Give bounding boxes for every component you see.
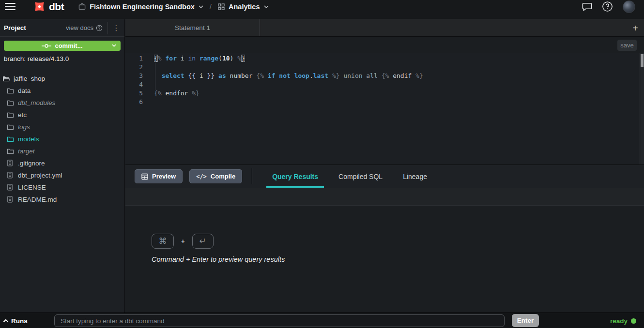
code-editor[interactable]: 1{% for i in range(10) %}23 select {{ i … — [125, 53, 644, 164]
chevron-down-icon — [264, 5, 269, 8]
code-line-6[interactable]: 6 — [125, 98, 644, 106]
file-icon — [7, 172, 14, 179]
code-lines: 1{% for i in range(10) %}23 select {{ i … — [125, 54, 644, 106]
code-line-text: {% endfor %} — [154, 89, 199, 98]
tab-compiled-sql[interactable]: Compiled SQL — [333, 165, 388, 188]
folder-icon — [7, 99, 14, 106]
compile-button-label: Compile — [211, 173, 235, 180]
editor-pane: Statement 1 + save 1{% for i in range(10… — [125, 19, 644, 313]
hamburger-menu-icon[interactable] — [5, 3, 15, 11]
code-line-5[interactable]: 5{% endfor %} — [125, 89, 644, 98]
chat-feedback-icon[interactable] — [582, 1, 592, 12]
user-avatar[interactable] — [623, 0, 635, 13]
command-bar: Runs Enter ready — [0, 313, 644, 328]
code-line-2[interactable]: 2 — [125, 63, 644, 72]
indent-guide — [155, 63, 155, 90]
commit-button-label: commit... — [55, 42, 82, 49]
tree-item-label: dbt_modules — [18, 99, 55, 106]
git-actions-section: commit... branch: release/4.13.0 — [0, 37, 124, 67]
results-empty-state: ⌘ + ↵ Command + Enter to preview query r… — [125, 206, 644, 313]
help-icon[interactable] — [602, 1, 613, 12]
tab-label: Compiled SQL — [338, 173, 383, 180]
tree-item-label: dbt_project.yml — [18, 172, 62, 179]
project-name: Analytics — [229, 3, 260, 11]
chevron-up-icon — [3, 319, 9, 323]
editor-toolbar: save — [125, 37, 644, 53]
commit-button[interactable]: commit... — [4, 41, 121, 51]
line-number: 2 — [125, 63, 143, 72]
grid-icon — [218, 3, 225, 10]
file-icon — [7, 160, 14, 167]
tab-lineage[interactable]: Lineage — [397, 165, 433, 188]
status-label: ready — [610, 317, 628, 325]
tree-item-jaffle-shop[interactable]: jaffle_shop — [0, 73, 124, 85]
file-tree: jaffle_shopdatadbt_modulesetclogsmodelst… — [0, 67, 124, 206]
enter-button[interactable]: Enter — [512, 314, 539, 327]
dbt-logo-icon — [33, 0, 46, 13]
line-number: 5 — [125, 89, 143, 98]
file-icon — [7, 184, 14, 191]
docs-help-icon — [96, 25, 103, 31]
divider — [252, 168, 252, 184]
shortcut-hint-caption: Command + Enter to preview query results — [152, 255, 644, 263]
dbt-ide-window: dbt Fishtown Engineering Sandbox / Analy… — [0, 0, 644, 328]
account-name: Fishtown Engineering Sandbox — [90, 3, 195, 11]
project-switcher[interactable]: Analytics — [218, 3, 268, 11]
view-docs-link[interactable]: view docs — [66, 24, 103, 31]
ide-status: ready — [610, 313, 636, 328]
tree-item-etc[interactable]: etc — [0, 109, 124, 121]
folder-icon — [7, 87, 14, 94]
tree-item-data[interactable]: data — [0, 85, 124, 97]
sidebar-menu-kebab-icon[interactable]: ⋮ — [108, 24, 124, 32]
code-icon: </> — [196, 173, 207, 180]
tree-item-label: README.md — [18, 196, 57, 203]
top-navigation-bar: dbt Fishtown Engineering Sandbox / Analy… — [0, 0, 644, 19]
runs-drawer-toggle[interactable]: Runs — [3, 313, 28, 328]
tree-item-label: target — [18, 148, 35, 155]
runs-label: Runs — [11, 317, 28, 325]
commit-dropdown-chevron-icon — [112, 44, 116, 47]
tree-item-label: LICENSE — [18, 184, 46, 191]
sidebar-title: Project — [0, 24, 66, 31]
code-line-4[interactable]: 4 — [125, 80, 644, 89]
branch-label: branch: release/4.13.0 — [4, 55, 121, 62]
tree-item-label: jaffle_shop — [14, 75, 45, 82]
tree-item-label: models — [18, 135, 39, 143]
editor-tab-statement-1[interactable]: Statement 1 — [125, 19, 260, 36]
tree-item--gitignore[interactable]: .gitignore — [0, 157, 124, 169]
tree-item-label: logs — [18, 123, 30, 131]
editor-tab-bar: Statement 1 + — [125, 19, 644, 37]
tree-item-dbt-modules[interactable]: dbt_modules — [0, 97, 124, 109]
dbt-command-input[interactable] — [54, 314, 505, 327]
compile-button[interactable]: </> Compile — [189, 169, 242, 183]
tree-item-logs[interactable]: logs — [0, 121, 124, 133]
tree-item-dbt-project-yml[interactable]: dbt_project.yml — [0, 169, 124, 181]
sidebar-header: Project view docs ⋮ — [0, 19, 124, 37]
results-status-strip — [125, 188, 644, 206]
tree-item-target[interactable]: target — [0, 145, 124, 157]
code-line-1[interactable]: 1{% for i in range(10) %} — [125, 54, 644, 63]
save-button[interactable]: save — [617, 40, 637, 51]
preview-button[interactable]: Preview — [135, 169, 183, 183]
tree-item-label: .gitignore — [18, 160, 45, 167]
preview-button-label: Preview — [152, 173, 176, 180]
dbt-logo-text: dbt — [49, 1, 64, 13]
command-key-icon: ⌘ — [152, 234, 174, 249]
tree-item-readme-md[interactable]: README.md — [0, 194, 124, 206]
editor-tab-label: Statement 1 — [175, 24, 210, 31]
editor-scrollbar-thumb[interactable] — [641, 54, 644, 67]
tree-item-label: etc — [18, 111, 27, 119]
folder-icon — [7, 135, 14, 143]
tree-item-license[interactable]: LICENSE — [0, 181, 124, 194]
account-switcher[interactable]: Fishtown Engineering Sandbox — [78, 3, 203, 11]
shortcut-keys: ⌘ + ↵ — [152, 234, 644, 249]
tree-item-models[interactable]: models — [0, 133, 124, 145]
editor-scrollbar[interactable] — [640, 53, 644, 164]
table-icon — [141, 173, 148, 180]
new-tab-button[interactable]: + — [627, 23, 644, 33]
chevron-down-icon — [199, 5, 203, 8]
code-line-3[interactable]: 3 select {{ i }} as number {% if not loo… — [125, 72, 644, 80]
tab-query-results[interactable]: Query Results — [266, 165, 324, 188]
breadcrumb-separator: / — [210, 2, 212, 11]
briefcase-icon — [78, 3, 86, 10]
